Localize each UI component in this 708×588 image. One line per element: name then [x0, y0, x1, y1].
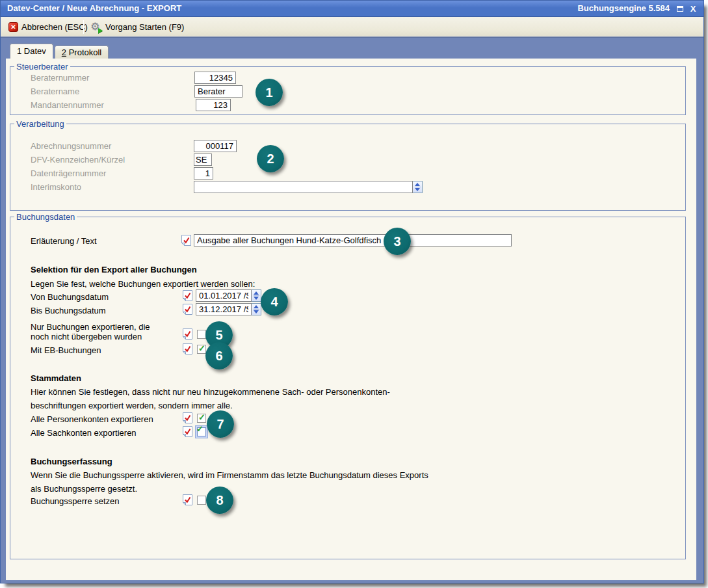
- group-verarbeitung: Verarbeitung Abrechnungsnummer DFV-Kennz…: [10, 124, 686, 211]
- annotation-badge-4: 4: [261, 288, 288, 315]
- von-buchungsdatum-input[interactable]: [196, 289, 252, 302]
- start-process-button[interactable]: ⚙ Vorgang Starten (F9): [88, 20, 187, 34]
- maximize-button[interactable]: [675, 4, 685, 14]
- buchungserfassung-line2: als Buchungssperre gesetzt.: [31, 484, 137, 494]
- beraternummer-label: Beraternummer: [31, 73, 89, 83]
- maximize-icon: [677, 6, 683, 12]
- cancel-button[interactable]: ✕ Abbrechen (ESC): [6, 20, 90, 34]
- interimskonto-field: [194, 181, 423, 193]
- nur-buchungen-checkbox[interactable]: [197, 330, 206, 339]
- mandantennummer-input[interactable]: [196, 99, 231, 111]
- group-steuerberater-legend: Steuerberater: [14, 62, 70, 72]
- field-marker-doc-icon[interactable]: [183, 328, 192, 340]
- nur-buchungen-label-line1: Nur Buchungen exportieren, die: [31, 322, 150, 332]
- tab-datev[interactable]: 1 Datev: [10, 44, 53, 59]
- bis-buchungsdatum-input[interactable]: [196, 303, 252, 315]
- group-buchungsdaten: Buchungsdaten Erläuterung / Text Selekti…: [10, 217, 686, 559]
- annotation-badge-2: 2: [257, 145, 284, 172]
- field-marker-doc-icon[interactable]: [183, 304, 192, 315]
- buchungserfassung-heading: Buchungserfassung: [31, 457, 112, 466]
- tab-strip: 1 Datev 2 Protokoll: [10, 44, 109, 59]
- tab-protokoll[interactable]: 2 Protokoll: [55, 46, 109, 59]
- datentraegernummer-input[interactable]: [194, 167, 213, 180]
- selektion-intro: Legen Sie fest, welche Buchungen exporti…: [31, 279, 255, 289]
- buchungserfassung-line1: Wenn Sie die Buchungssperre aktivieren, …: [31, 470, 428, 480]
- window-title: Datev-Center / Neue Abrechnung - EXPORT: [7, 3, 181, 13]
- group-steuerberater: Steuerberater Beraternummer Beratername …: [10, 66, 686, 115]
- field-marker-doc-icon[interactable]: [183, 412, 192, 423]
- app-version: Buchungsengine 5.584: [577, 3, 670, 13]
- annotation-badge-1: 1: [256, 79, 283, 106]
- mit-eb-checkbox[interactable]: [197, 345, 206, 354]
- field-marker-doc-icon[interactable]: [183, 494, 192, 505]
- screen: Datev-Center / Neue Abrechnung - EXPORT …: [0, 0, 708, 588]
- group-verarbeitung-legend: Verarbeitung: [14, 119, 66, 129]
- buchungssperre-label: Buchungssperre setzen: [31, 496, 120, 506]
- bis-buchungsdatum-field: [196, 303, 261, 315]
- sachkonten-checkbox-focus-ring: [195, 425, 208, 438]
- toolbar-separator: [83, 20, 84, 34]
- dfv-kennzeichen-input[interactable]: [194, 154, 212, 166]
- cancel-x-icon: ✕: [8, 22, 18, 32]
- app-window: Datev-Center / Neue Abrechnung - EXPORT …: [0, 0, 704, 583]
- beratername-label: Beratername: [31, 87, 79, 96]
- close-icon: X: [690, 4, 696, 14]
- abrechnungsnummer-label: Abrechnungsnummer: [31, 141, 111, 151]
- stammdaten-line1: Hier können Sie festlegen, dass nicht nu…: [31, 387, 390, 397]
- annotation-badge-8: 8: [206, 487, 233, 514]
- stammdaten-heading: Stammdaten: [31, 373, 81, 383]
- dfv-kennzeichen-label: DFV-Kennzeichen/Kürzel: [31, 155, 125, 165]
- gear-run-icon: ⚙: [90, 21, 102, 33]
- tab-page-datev: Steuerberater Beraternummer Beratername …: [6, 59, 696, 580]
- field-marker-doc-icon[interactable]: [181, 235, 191, 246]
- mandantennummer-label: Mandantennummer: [31, 100, 104, 110]
- cancel-label: Abbrechen (ESC): [21, 22, 88, 32]
- von-buchungsdatum-field: [196, 289, 261, 302]
- abrechnungsnummer-input[interactable]: [194, 140, 237, 152]
- erlaeuterung-input[interactable]: [194, 234, 512, 247]
- interimskonto-label: Interimskonto: [31, 182, 81, 192]
- interimskonto-input[interactable]: [194, 181, 413, 193]
- mit-eb-label: Mit EB-Buchungen: [31, 345, 101, 355]
- interimskonto-spinner[interactable]: [413, 181, 423, 193]
- group-buchungsdaten-legend: Buchungsdaten: [14, 212, 77, 222]
- sachkonten-label: Alle Sachkonten exportieren: [31, 428, 137, 438]
- datentraegernummer-label: Datenträgernummer: [31, 168, 106, 178]
- stammdaten-line2: beschriftungen exportiert werden, sonder…: [31, 401, 233, 410]
- field-marker-doc-icon[interactable]: [183, 426, 192, 437]
- annotation-badge-7: 7: [207, 410, 234, 438]
- buchungssperre-checkbox[interactable]: [197, 496, 206, 505]
- personenkonten-checkbox[interactable]: [197, 414, 206, 423]
- tab-frame: 1 Datev 2 Protokoll Steuerberater Berate…: [1, 37, 703, 583]
- annotation-badge-6: 6: [205, 342, 233, 369]
- nur-buchungen-label-line2: noch nicht übergeben wurden: [31, 332, 142, 341]
- close-button[interactable]: X: [688, 4, 698, 14]
- toolbar: ✕ Abbrechen (ESC) ⚙ Vorgang Starten (F9): [1, 17, 703, 37]
- von-buchungsdatum-spinner[interactable]: [252, 289, 261, 302]
- selektion-heading: Selektion für den Export aller Buchungen: [31, 265, 197, 274]
- field-marker-doc-icon[interactable]: [183, 290, 192, 301]
- beratername-input[interactable]: [194, 85, 243, 98]
- personenkonten-label: Alle Personenkonten exportieren: [31, 414, 153, 424]
- field-marker-doc-icon[interactable]: [183, 343, 192, 354]
- start-label: Vorgang Starten (F9): [105, 22, 184, 32]
- von-buchungsdatum-label: Von Buchungsdatum: [31, 292, 109, 302]
- bis-buchungsdatum-label: Bis Buchungsdatum: [31, 306, 106, 315]
- sachkonten-checkbox[interactable]: [197, 427, 206, 436]
- annotation-badge-3: 3: [384, 228, 411, 255]
- erlaeuterung-label: Erläuterung / Text: [31, 236, 97, 246]
- bis-buchungsdatum-spinner[interactable]: [252, 303, 261, 315]
- beraternummer-input[interactable]: [194, 72, 236, 84]
- title-bar[interactable]: Datev-Center / Neue Abrechnung - EXPORT …: [1, 1, 703, 17]
